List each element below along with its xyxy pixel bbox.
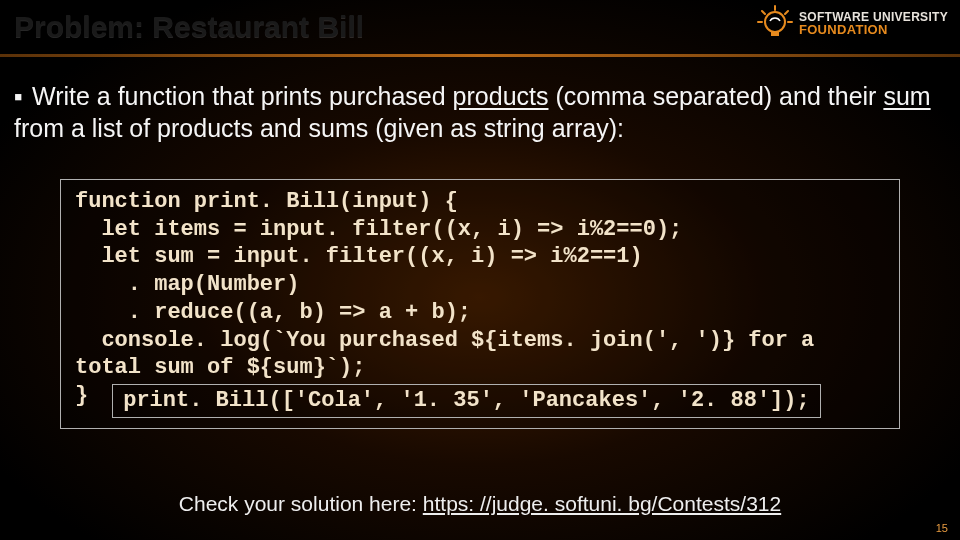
check-prefix: Check your solution here:: [179, 492, 423, 515]
logo-line2: FOUNDATION: [799, 24, 948, 36]
code-l6: console. log(`You purchased ${items. joi…: [75, 328, 814, 353]
problem-description: ▪Write a function that prints purchased …: [14, 80, 946, 144]
desc-part2: (comma separated) and their: [548, 82, 883, 110]
code-call: print. Bill(['Cola', '1. 35', 'Pancakes'…: [112, 384, 821, 418]
code-l3: let sum = input. filter((x, i) => i%2==1…: [75, 244, 643, 269]
desc-sum: sum: [883, 82, 930, 110]
desc-part3: from a list of products and sums (given …: [14, 114, 624, 142]
page-number: 15: [936, 522, 948, 534]
code-l2: let items = input. filter((x, i) => i%2=…: [75, 217, 682, 242]
check-solution-link[interactable]: https: //judge. softuni. bg/Contests/312: [423, 492, 781, 515]
desc-part1: Write a function that prints purchased: [32, 82, 453, 110]
check-solution-line: Check your solution here: https: //judge…: [0, 492, 960, 516]
code-l8: }: [75, 383, 88, 408]
lightbulb-icon: [755, 4, 795, 44]
code-block: function print. Bill(input) { let items …: [60, 179, 900, 429]
code-l5: . reduce((a, b) => a + b);: [75, 300, 471, 325]
title-underline: [0, 54, 960, 57]
desc-products: products: [453, 82, 549, 110]
slide-title: Problem: Restaurant Bill: [14, 10, 364, 44]
svg-point-0: [765, 12, 785, 32]
brand-logo: SOFTWARE UNIVERSITY FOUNDATION: [755, 4, 948, 44]
code-l7: total sum of ${sum}`);: [75, 355, 365, 380]
code-l1: function print. Bill(input) {: [75, 189, 458, 214]
bullet-icon: ▪: [14, 80, 32, 112]
code-l4: . map(Number): [75, 272, 299, 297]
